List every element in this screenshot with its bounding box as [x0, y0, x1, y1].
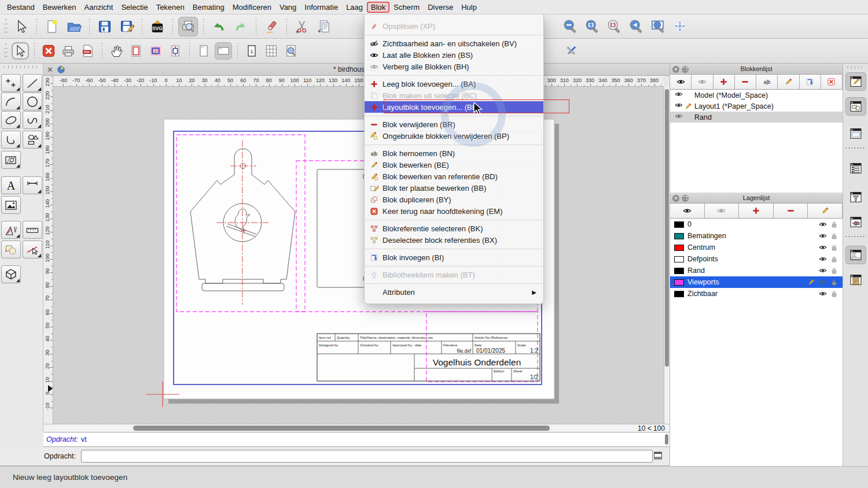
drawing-canvas[interactable]: Item refQuantityTitle/Name, destination,… [53, 87, 664, 424]
circle-tool-button[interactable] [23, 93, 42, 110]
select-pointer-button[interactable] [12, 42, 29, 60]
tools-button[interactable] [562, 42, 580, 60]
blocklist-pencil-button[interactable] [778, 75, 799, 89]
arc-tool-button[interactable] [1, 93, 21, 110]
zoom-selection-button[interactable] [604, 17, 624, 36]
open-folder-button[interactable] [64, 17, 84, 36]
zoom-page-button[interactable] [282, 42, 300, 60]
menubar-item-laag[interactable]: Laag [342, 2, 367, 13]
block-row-rand[interactable]: Rand [670, 112, 843, 123]
layer-row-zichtbaar[interactable]: Zichtbaar [670, 288, 843, 300]
undo-button[interactable] [209, 17, 229, 36]
multi-page-button[interactable] [263, 42, 280, 60]
cad-tools-tool-button[interactable] [1, 221, 21, 239]
blocklist-ab-button[interactable]: a|b [756, 75, 778, 89]
menu-item-leeg-blok-toevoegen-ba[interactable]: Leeg blok toevoegen... (BA) [365, 78, 543, 90]
menubar-item-tekenen[interactable]: Tekenen [152, 2, 189, 13]
paper-outline-button[interactable] [127, 42, 145, 60]
command-input[interactable] [81, 450, 653, 463]
layer-row-defpoints[interactable]: Defpoints [670, 253, 843, 265]
save-as-button[interactable] [117, 17, 137, 36]
text-tool-button[interactable]: A [1, 176, 21, 194]
menu-item-blokreferentie-selecteren-bk[interactable]: Blokreferentie selecteren (BK) [365, 223, 543, 234]
copy-button[interactable] [314, 17, 334, 36]
viewport-block-button[interactable] [147, 42, 164, 60]
new-file-button[interactable] [42, 17, 62, 36]
zoom-out-button[interactable] [560, 17, 580, 36]
zoom-window-button[interactable] [648, 17, 668, 36]
menu-item-verberg-alle-blokken-bh[interactable]: Verberg alle Blokken (BH) [365, 61, 543, 72]
toolbar-drag-handle[interactable] [2, 65, 41, 69]
menu-item-opsplitsen-xp[interactable]: Opsplitsen (XP) [365, 20, 543, 32]
panel-close-icon[interactable]: ✕ [672, 195, 679, 202]
save-button[interactable] [95, 17, 115, 36]
panel-close-icon[interactable]: ✕ [672, 66, 679, 73]
command-history-scroll-thumb[interactable] [665, 434, 668, 445]
horizontal-scrollbar[interactable]: 10 < 100 [43, 424, 670, 432]
layer-row-centrum[interactable]: Centrum [670, 242, 843, 253]
fit-page-button[interactable] [167, 42, 184, 60]
blocklist-eye-gray-button[interactable] [692, 75, 713, 89]
menubar-item-bewerken[interactable]: Bewerken [39, 2, 80, 13]
layerlist-pencil-button[interactable] [808, 204, 843, 218]
menu-item-blok-verwijderen-br[interactable]: Blok verwijderen (BR) [365, 119, 543, 130]
layerlist-eye-button[interactable] [670, 204, 705, 218]
landscape-button[interactable] [215, 42, 232, 60]
filter-panel-toggle-button[interactable] [845, 188, 866, 206]
menubar-item-modificeren[interactable]: Modificeren [229, 2, 275, 13]
dimension-tool-button[interactable] [23, 176, 42, 194]
menu-item-laat-alle-blokken-zien-bs[interactable]: Laat alle Blokken zien (BS) [365, 49, 543, 61]
blocklist-plus-button[interactable] [713, 75, 735, 89]
portrait-button[interactable] [195, 42, 212, 60]
layer-panel-toggle-button[interactable] [845, 159, 866, 178]
viewport-panel-toggle-button[interactable] [845, 124, 866, 143]
blocklist-insert-button[interactable] [800, 75, 821, 89]
menu-item-bibliotheekitem-maken-bt[interactable]: Bibliotheekitem maken (BT) [365, 269, 543, 280]
zoom-fit-button[interactable] [582, 17, 602, 36]
polyline-tool-button[interactable] [1, 131, 21, 149]
measure-tool-button[interactable] [23, 221, 42, 239]
points-tool-button[interactable] [1, 74, 21, 92]
menu-item-blok-invoegen-bi[interactable]: Blok invoegen (BI) [365, 252, 543, 263]
block-list-toggle-button[interactable] [845, 97, 866, 116]
print-preview-button[interactable] [178, 17, 198, 36]
panel-detach-icon[interactable]: ❐ [682, 66, 689, 73]
layerlist-plus-button[interactable] [739, 204, 774, 218]
layerlist-eye-gray-button[interactable] [705, 204, 740, 218]
menu-item-deselecteer-block-referenties-bx[interactable]: Deselecteer block referenties (BX) [365, 234, 543, 246]
menu-item-ongebruikte-blokken-verwijderen-bp[interactable]: Ongebruikte blokken verwijderen (BP) [365, 130, 543, 142]
menubar-item-blok[interactable]: Blok [367, 2, 389, 13]
menu-item-zichtbaarheid-aan-en-uitschakelen-bv[interactable]: Zichtbaarheid aan- en uitschakelen (BV) [365, 38, 543, 49]
modify-tool-button[interactable] [1, 241, 21, 258]
blocklist-minus-button[interactable] [735, 75, 756, 89]
toolbar-drag-handle[interactable] [4, 18, 8, 35]
pan-button[interactable] [670, 17, 690, 36]
panel-detach-icon[interactable]: ❐ [682, 195, 689, 202]
menubar-item-selectie[interactable]: Selectie [117, 2, 152, 13]
menubar-item-vang[interactable]: Vang [275, 2, 300, 13]
hatch-tool-button[interactable] [1, 151, 21, 169]
pointer-button[interactable] [12, 17, 31, 36]
toolbar-drag-handle[interactable] [4, 42, 8, 60]
layerlist-minus-button[interactable] [774, 204, 808, 218]
horizontal-scroll-thumb[interactable] [133, 426, 550, 431]
close-preview-button[interactable] [40, 42, 57, 60]
menu-item-keer-terug-naar-hoofdtekening-em[interactable]: Keer terug naar hoofdtekening (EM) [365, 205, 543, 217]
print-button[interactable] [60, 42, 77, 60]
blocklist-eye-button[interactable] [670, 75, 692, 89]
menu-item-blok-hernoemen-bn[interactable]: a|bBlok hernoemen (BN) [365, 147, 543, 159]
vertical-scrollbar[interactable] [664, 87, 670, 424]
menubar-item-informatie[interactable]: Informatie [300, 2, 342, 13]
clipboard-panel-toggle-button[interactable] [845, 271, 866, 289]
property-editor-toggle-button[interactable] [845, 72, 866, 91]
pan-hand-button[interactable] [108, 42, 125, 60]
dock-drag-handle[interactable] [847, 66, 865, 69]
block-row-layout1[interactable]: Layout1 (*Paper_Space) [670, 101, 843, 112]
pdf-export-button[interactable]: PDF [79, 42, 97, 60]
menu-item-blok-ter-plaatse-bewerken-bb[interactable]: Blok ter plaatse bewerken (BB) [365, 182, 543, 194]
block-row-model[interactable]: Model (*Model_Space) [670, 90, 843, 101]
menubar-item-bemating[interactable]: Bemating [189, 2, 229, 13]
snap-tool-button[interactable] [23, 241, 42, 258]
spline-tool-button[interactable] [23, 111, 42, 129]
line-tool-button[interactable] [23, 74, 42, 92]
